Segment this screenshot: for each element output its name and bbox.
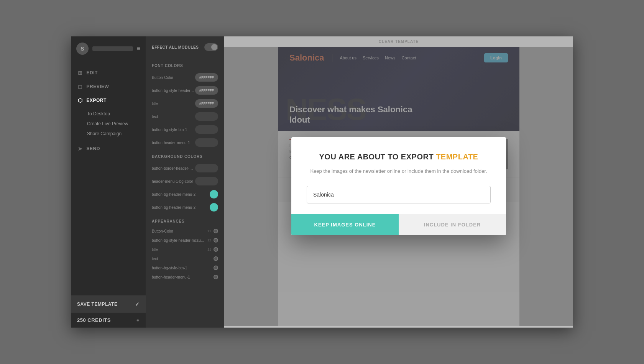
sidebar-item-export[interactable]: ⬡ Export bbox=[71, 93, 146, 107]
sidebar-item-preview[interactable]: ◻ Preview bbox=[71, 80, 146, 93]
export-modal: You Are About to Export Template Keep th… bbox=[291, 137, 506, 235]
modal-subtitle: Keep the images of the newsletter online… bbox=[307, 167, 491, 175]
sidebar-nav: ⊞ Edit ◻ Preview ⬡ Export To Desktop Cre… bbox=[71, 61, 146, 295]
export-icon: ⬡ bbox=[78, 97, 83, 103]
modal-title: You Are About to Export Template bbox=[307, 152, 491, 161]
appearances-slider-4[interactable] bbox=[214, 266, 218, 270]
color-chip-header-menu[interactable] bbox=[195, 138, 218, 147]
color-row-header-menu-2a: button-bg-header-menu-2 bbox=[146, 188, 224, 201]
appearances-row-2: title 11 bbox=[146, 245, 224, 254]
avatar: S bbox=[76, 43, 89, 55]
color-chip-button-color[interactable]: #FFFFFF bbox=[195, 73, 218, 82]
sidebar-bottom: Save Template ✓ 250 Credits + bbox=[71, 295, 146, 328]
sidebar-item-send[interactable]: ➤ Send bbox=[71, 142, 146, 156]
sidebar-title-bar bbox=[92, 46, 133, 51]
appearances-title: Appearances bbox=[146, 214, 224, 226]
sidebar-item-edit[interactable]: ⊞ Edit bbox=[71, 66, 146, 80]
color-chip-header-bg[interactable] bbox=[195, 177, 218, 185]
color-row-header-menu: button-header-menu-1 bbox=[146, 136, 224, 149]
include-in-folder-button[interactable]: Include in Folder bbox=[399, 214, 506, 235]
keep-images-online-button[interactable]: Keep Images Online bbox=[291, 214, 399, 235]
appearances-slider-1[interactable] bbox=[214, 238, 218, 243]
sidebar-sub-item-live-preview[interactable]: Create Live Preview bbox=[87, 119, 146, 129]
color-row-button-color: Button-Color #FFFFFF bbox=[146, 71, 224, 84]
color-row-text: text bbox=[146, 110, 224, 123]
add-credits-icon[interactable]: + bbox=[136, 317, 140, 323]
color-dot-header-menu-2b[interactable] bbox=[210, 203, 218, 212]
middle-panel: Effect All Modules Font Colors Button-Co… bbox=[146, 36, 224, 328]
preview-area: Clear Template NESS Salonica bbox=[224, 36, 573, 328]
preview-icon: ◻ bbox=[78, 84, 83, 90]
effect-all-row: Effect All Modules bbox=[146, 36, 224, 58]
app-window: S ≡ ⊞ Edit ◻ Preview ⬡ Export To Desktop… bbox=[71, 36, 573, 328]
modal-actions: Keep Images Online Include in Folder bbox=[291, 214, 506, 235]
color-chip-border-header[interactable] bbox=[195, 164, 218, 172]
sidebar-header: S ≡ bbox=[71, 36, 146, 61]
export-sub-menu: To Desktop Create Live Preview Share Cam… bbox=[71, 107, 146, 142]
color-row-header-bg: header-menu-1-bg-color bbox=[146, 175, 224, 188]
appearances-row-4: button-bg-style-btn-1 bbox=[146, 263, 224, 272]
save-template-button[interactable]: Save Template ✓ bbox=[71, 296, 146, 313]
color-row-header-menu-2b: button-bg-header-menu-2 bbox=[146, 201, 224, 214]
menu-icon[interactable]: ≡ bbox=[137, 45, 140, 52]
sidebar: S ≡ ⊞ Edit ◻ Preview ⬡ Export To Desktop… bbox=[71, 36, 146, 328]
appearances-row-0: Button-Color 11 bbox=[146, 226, 224, 236]
color-chip-btn1[interactable] bbox=[195, 125, 218, 134]
appearances-row-1: button-bg-style-header-mcsu... 12 bbox=[146, 236, 224, 245]
color-row-title: title #FFFFFF bbox=[146, 97, 224, 110]
appearances-slider-3[interactable] bbox=[214, 256, 218, 261]
modal-body: You Are About to Export Template Keep th… bbox=[291, 137, 506, 203]
clear-template-bar[interactable]: Clear Template bbox=[224, 36, 573, 47]
effect-all-label: Effect All Modules bbox=[152, 45, 199, 49]
credits-row[interactable]: 250 Credits + bbox=[71, 313, 146, 328]
edit-icon: ⊞ bbox=[78, 70, 83, 76]
color-dot-header-menu-2a[interactable] bbox=[210, 190, 218, 198]
color-chip-title[interactable]: #FFFFFF bbox=[195, 99, 218, 108]
send-icon: ➤ bbox=[78, 146, 83, 152]
appearances-row-5: button-header-menu-1 bbox=[146, 272, 224, 282]
effect-all-toggle[interactable] bbox=[204, 43, 218, 51]
modal-overlay: You Are About to Export Template Keep th… bbox=[224, 47, 573, 326]
font-colors-title: Font Colors bbox=[146, 58, 224, 71]
color-row-border-header: button-border-header-me... bbox=[146, 162, 224, 175]
appearances-slider-2[interactable] bbox=[214, 247, 218, 252]
appearances-slider-0[interactable] bbox=[214, 229, 218, 233]
background-colors-title: Background Colors bbox=[146, 149, 224, 162]
color-row-btn1: button-bg-style-btn-1 bbox=[146, 123, 224, 136]
appearances-slider-5[interactable] bbox=[214, 275, 218, 279]
checkmark-icon: ✓ bbox=[135, 301, 140, 307]
color-chip-text[interactable] bbox=[195, 112, 218, 121]
sidebar-sub-item-desktop[interactable]: To Desktop bbox=[87, 109, 146, 119]
color-chip-button-bg-header[interactable]: #FFFFFF bbox=[195, 86, 218, 95]
preview-content: NESS Salonica About us Services News Con… bbox=[224, 47, 573, 326]
appearances-row-3: text bbox=[146, 254, 224, 263]
color-row-button-bg-header: button-bg-style-header-m... #FFFFFF bbox=[146, 84, 224, 97]
export-name-input[interactable] bbox=[307, 186, 491, 203]
sidebar-sub-item-share[interactable]: Share Campaign bbox=[87, 129, 146, 139]
